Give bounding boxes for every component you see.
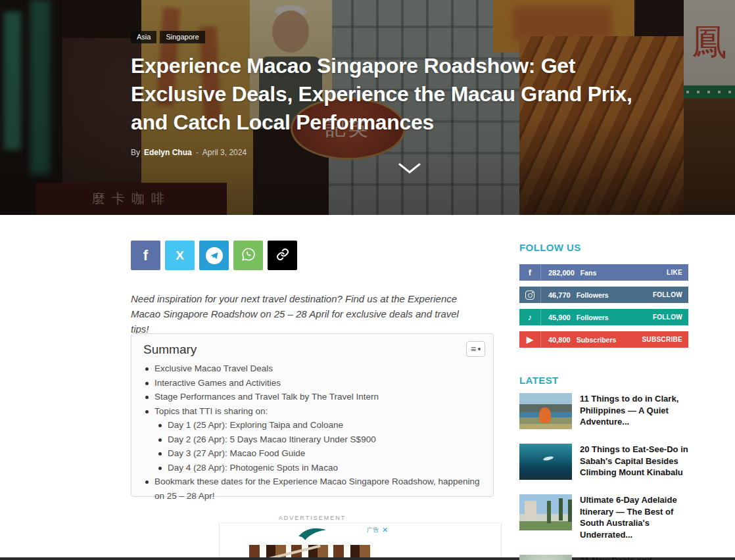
- summary-item[interactable]: Interactive Games and Activities: [143, 376, 481, 390]
- latest-article-item[interactable]: 31 New Deals and Attractions in Singapor…: [519, 555, 688, 560]
- publish-date: April 3, 2024: [202, 148, 247, 157]
- article-link-title[interactable]: 11 Things to do in Clark, Philippines — …: [580, 393, 688, 429]
- instagram-icon: [519, 287, 541, 303]
- summary-item[interactable]: Stage Performances and Travel Talk by Th…: [143, 390, 481, 404]
- summary-subitem[interactable]: Day 2 (26 Apr): 5 Days Macao Itinerary U…: [156, 432, 481, 447]
- tag-singapore[interactable]: Singapore: [160, 31, 204, 43]
- sidebar: FOLLOW US f 282,000 Fans LIKE 46,770 Fol…: [519, 242, 688, 560]
- follow-us-heading: FOLLOW US: [519, 242, 688, 254]
- article-intro-text: Need inspiration for your next travel de…: [131, 291, 473, 337]
- facebook-icon: f: [143, 247, 148, 264]
- article-title: Experience Macao Singapore Roadshow: Get…: [131, 52, 690, 137]
- share-twitter-button[interactable]: X: [165, 241, 195, 270]
- article-thumbnail[interactable]: [519, 393, 572, 429]
- hero-image: 記英 鳳 麼卡咖啡 Asia Singapore Experience Maca…: [0, 0, 735, 215]
- ad-close-icon[interactable]: ✕: [382, 526, 388, 534]
- share-facebook-button[interactable]: f: [131, 241, 160, 270]
- airline-swoosh-logo-icon: [297, 526, 327, 544]
- follower-label: Fans: [581, 269, 597, 277]
- byline: By Edelyn Chua - April 3, 2024: [131, 148, 690, 157]
- article-link-title[interactable]: 31 New Deals and Attractions in Singapor…: [580, 555, 688, 560]
- follow-row-facebook[interactable]: f 282,000 Fans LIKE: [519, 264, 688, 281]
- follow-action[interactable]: FOLLOW: [653, 314, 682, 321]
- ad-badge-text[interactable]: 广告: [367, 526, 379, 534]
- follower-label: Followers: [577, 291, 609, 299]
- article-thumbnail[interactable]: [519, 555, 572, 560]
- subscriber-count: 40,800: [548, 336, 571, 344]
- follower-count: 282,000: [548, 269, 575, 277]
- tag-asia[interactable]: Asia: [131, 31, 156, 43]
- summary-item[interactable]: Bookmark these dates for the Experience …: [143, 475, 481, 503]
- article-thumbnail[interactable]: [519, 444, 572, 480]
- summary-sublist: Day 1 (25 Apr): Exploring Taipa and Colo…: [156, 418, 481, 475]
- toc-list-icon: ≡: [471, 344, 476, 354]
- advertisement-label: ADVERTISEMENT: [131, 515, 494, 521]
- latest-articles: 11 Things to do in Clark, Philippines — …: [519, 393, 688, 560]
- author-link[interactable]: Edelyn Chua: [144, 148, 192, 157]
- latest-article-item[interactable]: 11 Things to do in Clark, Philippines — …: [519, 393, 688, 429]
- latest-heading: LATEST: [519, 375, 688, 386]
- summary-title: Summary: [143, 342, 481, 357]
- category-tags: Asia Singapore: [131, 31, 690, 43]
- share-buttons: f X: [131, 241, 297, 270]
- follower-count: 45,900: [548, 314, 571, 321]
- follow-row-tiktok[interactable]: ♪ 45,900 Followers FOLLOW: [519, 309, 688, 325]
- whatsapp-icon: [241, 247, 256, 264]
- summary-subitem[interactable]: Day 4 (28 Apr): Photogenic Spots in Maca…: [156, 461, 481, 475]
- follower-label: Followers: [577, 314, 609, 321]
- summary-subitem[interactable]: Day 3 (27 Apr): Macao Food Guide: [156, 446, 481, 461]
- latest-article-item[interactable]: 20 Things to Eat-See-Do in Sabah's Capit…: [519, 444, 688, 480]
- ad-container[interactable]: 广告 ✕: [219, 523, 502, 560]
- latest-article-item[interactable]: Ultimate 6-Day Adelaide Itinerary — The …: [519, 494, 688, 540]
- byline-prefix: By: [131, 148, 140, 157]
- social-counters: f 282,000 Fans LIKE 46,770 Followers FOL…: [519, 264, 688, 348]
- scroll-down-chevron-icon[interactable]: [398, 162, 421, 176]
- follow-action[interactable]: FOLLOW: [653, 291, 682, 298]
- summary-item[interactable]: Exclusive Macao Travel Deals: [143, 362, 481, 376]
- subscribe-action[interactable]: SUBSCRIBE: [642, 336, 682, 343]
- share-telegram-button[interactable]: [199, 241, 229, 270]
- ad-choices-badge[interactable]: 广告 ✕: [367, 526, 388, 534]
- article-link-title[interactable]: Ultimate 6-Day Adelaide Itinerary — The …: [580, 494, 688, 540]
- summary-toc-box: Summary ≡ Exclusive Macao Travel Deals I…: [131, 333, 494, 497]
- tiktok-icon: ♪: [519, 309, 541, 325]
- telegram-icon: [206, 247, 223, 264]
- follow-row-youtube[interactable]: ▶ 40,800 Subscribers SUBSCRIBE: [519, 331, 688, 348]
- follower-count: 46,770: [548, 291, 571, 299]
- summary-list: Exclusive Macao Travel Deals Interactive…: [143, 362, 481, 503]
- article-link-title[interactable]: 20 Things to Eat-See-Do in Sabah's Capit…: [580, 444, 688, 480]
- follow-row-instagram[interactable]: 46,770 Followers FOLLOW: [519, 287, 688, 303]
- toc-toggle-button[interactable]: ≡: [466, 341, 485, 357]
- byline-separator: -: [196, 148, 199, 157]
- summary-item[interactable]: Topics that TTI is sharing on:: [143, 404, 481, 419]
- summary-subitem[interactable]: Day 1 (25 Apr): Exploring Taipa and Colo…: [156, 418, 481, 432]
- youtube-play-icon: ▶: [519, 331, 541, 348]
- facebook-icon: f: [519, 264, 541, 281]
- subscriber-label: Subscribers: [577, 336, 617, 344]
- link-icon: [276, 248, 289, 263]
- share-whatsapp-button[interactable]: [233, 241, 263, 270]
- like-action[interactable]: LIKE: [667, 269, 682, 276]
- article-page: 記英 鳳 麼卡咖啡 Asia Singapore Experience Maca…: [0, 0, 735, 560]
- share-copy-link-button[interactable]: [268, 241, 297, 270]
- article-thumbnail[interactable]: [519, 494, 572, 530]
- twitter-x-icon: X: [176, 248, 184, 263]
